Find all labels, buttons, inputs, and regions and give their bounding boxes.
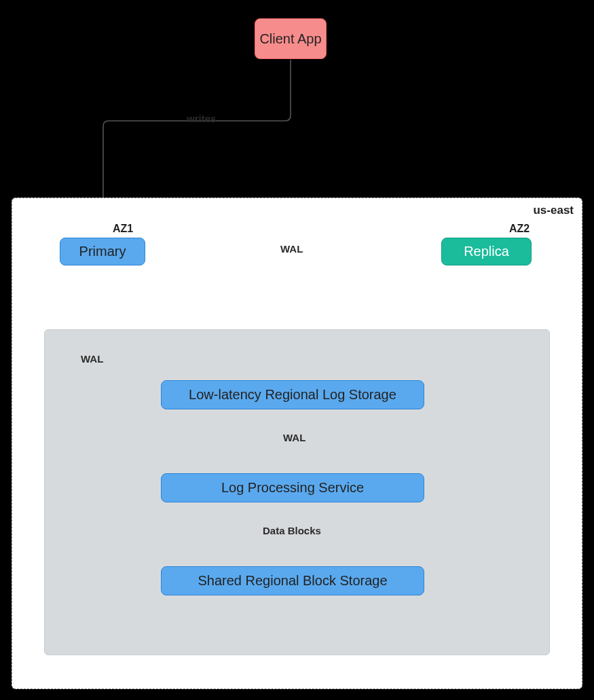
edge-label-writes: writes: [187, 113, 216, 124]
edge-label-wal-proc: WAL: [280, 432, 308, 443]
node-block-storage: Shared Regional Block Storage: [161, 566, 424, 595]
edge-label-data-blocks: Data Blocks: [260, 525, 324, 536]
region-label: us-east: [533, 204, 574, 217]
node-label: Replica: [464, 244, 509, 259]
node-label: Primary: [79, 244, 126, 259]
node-label: Shared Regional Block Storage: [198, 573, 387, 589]
node-client-app: Client App: [255, 18, 327, 59]
node-label: Log Processing Service: [221, 480, 364, 496]
node-label: Low-latency Regional Log Storage: [189, 387, 396, 403]
node-log-storage: Low-latency Regional Log Storage: [161, 380, 424, 409]
node-log-processing: Log Processing Service: [161, 473, 424, 502]
node-label: Client App: [259, 31, 321, 47]
node-replica: Replica: [441, 238, 532, 265]
diagram-canvas: Client App us-east AZ1 AZ2 Primary Repli…: [0, 0, 594, 700]
node-primary: Primary: [60, 238, 145, 265]
az2-label: AZ2: [509, 223, 530, 235]
edge-label-wal-log: WAL: [78, 353, 106, 365]
az1-label: AZ1: [113, 223, 133, 235]
edge-label-wal-replica: WAL: [278, 243, 305, 255]
